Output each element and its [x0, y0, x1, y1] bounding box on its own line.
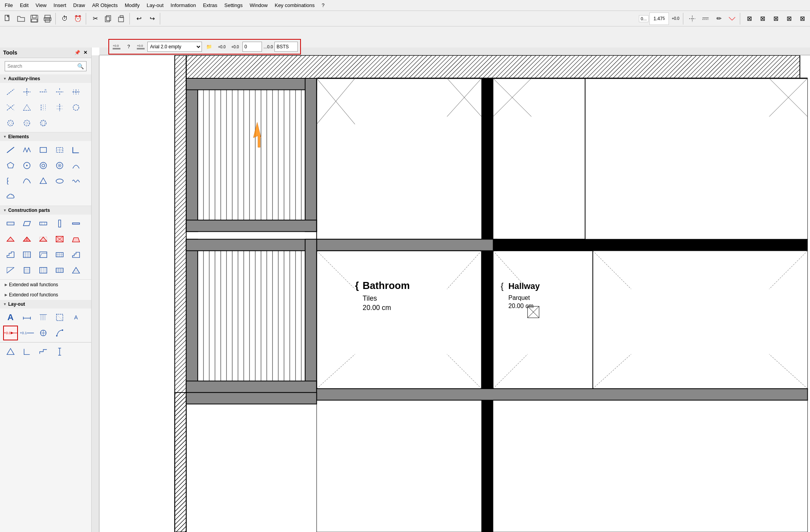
- dim-select-tool[interactable]: [52, 310, 67, 325]
- dim-a-tool[interactable]: A: [69, 310, 83, 325]
- zigzag-tool[interactable]: [19, 143, 34, 157]
- text-layout-tool[interactable]: A: [3, 310, 18, 325]
- plus0-btn2[interactable]: +0.0: [229, 41, 241, 52]
- menu-view[interactable]: View: [32, 2, 50, 9]
- aux-line-tool-5[interactable]: [69, 85, 83, 99]
- text-offset-btn2[interactable]: +0.0: [136, 41, 146, 52]
- extra-btn-3[interactable]: ✏: [713, 12, 725, 25]
- text-offset-btn1[interactable]: +0.0: [111, 41, 122, 52]
- tools-pin-icon[interactable]: 📌: [74, 49, 81, 56]
- step-tool[interactable]: [36, 344, 51, 359]
- aux-circ-tool-2[interactable]: [3, 116, 18, 130]
- menu-help[interactable]: ?: [318, 2, 327, 9]
- plus0-btn1[interactable]: +0.0: [216, 41, 228, 52]
- save-button[interactable]: [28, 12, 41, 25]
- text-question-btn[interactable]: ?: [123, 41, 134, 52]
- triangle-tool[interactable]: [36, 174, 51, 188]
- roof-flat-tool[interactable]: [3, 232, 18, 247]
- font-select[interactable]: Arial 2.0 emptyArial 2.0 emptyArial 2.5A…: [147, 42, 202, 52]
- print-button[interactable]: [41, 12, 54, 25]
- triangle-tool-2[interactable]: [3, 344, 18, 359]
- aux-line-tool-7[interactable]: [19, 100, 34, 115]
- zoom-display[interactable]: 1.475: [649, 12, 669, 25]
- curve-arch-tool[interactable]: [19, 174, 34, 188]
- text-input[interactable]: [274, 42, 298, 52]
- level-mark-tool-2[interactable]: +0.1: [19, 326, 34, 340]
- redo-button[interactable]: ↪: [146, 12, 158, 25]
- curve-layout-tool[interactable]: [52, 326, 67, 340]
- menu-modify[interactable]: Modify: [122, 2, 143, 9]
- stair-tool-1[interactable]: [3, 247, 18, 262]
- circle-full-tool[interactable]: [19, 158, 34, 173]
- menu-draw[interactable]: Draw: [70, 2, 88, 9]
- box-x-btn2[interactable]: ⊠: [756, 12, 769, 25]
- circle-half-tool[interactable]: [52, 158, 67, 173]
- box-x-btn5[interactable]: ⊠: [796, 12, 808, 25]
- menu-ar-objects[interactable]: AR Objects: [89, 2, 121, 9]
- stair-tool-8[interactable]: [36, 263, 51, 278]
- box-x-btn1[interactable]: ⊠: [743, 12, 755, 25]
- aux-circ-tool-3[interactable]: [19, 116, 34, 130]
- new-button[interactable]: [2, 12, 14, 25]
- menu-information[interactable]: Information: [168, 2, 199, 9]
- aux-line-tool-3[interactable]: n: [36, 85, 51, 99]
- floor-plan[interactable]: { Bathroom Tiles 20.00 cm { Hallway Parq…: [99, 55, 810, 532]
- menu-window[interactable]: Window: [246, 2, 271, 9]
- arc-tool[interactable]: [69, 158, 83, 173]
- aux-line-tool-1[interactable]: [3, 85, 18, 99]
- menu-settings[interactable]: Settings: [221, 2, 246, 9]
- aux-line-tool-2[interactable]: [19, 85, 34, 99]
- extra-btn-4[interactable]: [726, 12, 738, 25]
- l-shape-tool[interactable]: [69, 143, 83, 157]
- roof-x-tool[interactable]: [36, 232, 51, 247]
- wall-multi-tool[interactable]: [36, 216, 51, 231]
- layout-section-header[interactable]: Lay-out: [0, 300, 91, 308]
- wall-slant-tool[interactable]: [19, 216, 34, 231]
- stair-tool-9[interactable]: [52, 263, 67, 278]
- canvas-area[interactable]: { Bathroom Tiles 20.00 cm { Hallway Parq…: [92, 48, 810, 532]
- stair-tool-4[interactable]: [52, 247, 67, 262]
- menu-key-combinations[interactable]: Key combinations: [272, 2, 318, 9]
- stair-tool-5[interactable]: [69, 247, 83, 262]
- brace-tool[interactable]: [3, 174, 18, 188]
- undo-button[interactable]: ↩: [133, 12, 145, 25]
- aux-line-tool-6[interactable]: [3, 100, 18, 115]
- polygon-tool[interactable]: [3, 158, 18, 173]
- circle-ring-tool[interactable]: [36, 158, 51, 173]
- circle-target-tool[interactable]: [36, 326, 51, 340]
- menu-edit[interactable]: Edit: [17, 2, 32, 9]
- stair-tool-2[interactable]: [19, 247, 34, 262]
- extended-roof-link[interactable]: Extended roof functions: [3, 291, 88, 298]
- elements-header[interactable]: Elements: [0, 132, 91, 141]
- column-tool[interactable]: [52, 216, 67, 231]
- box-x-btn3[interactable]: ⊠: [769, 12, 782, 25]
- tools-close-icon[interactable]: ✕: [83, 49, 88, 56]
- stair-tool-7[interactable]: [19, 263, 34, 278]
- paste-button[interactable]: [115, 12, 128, 25]
- open-button[interactable]: [15, 12, 27, 25]
- extended-wall-link[interactable]: Extended wall functions: [3, 281, 88, 288]
- extra-btn-2[interactable]: [699, 12, 712, 25]
- level-mark-tool-active[interactable]: +0.0: [3, 326, 18, 340]
- beam-tool[interactable]: [69, 216, 83, 231]
- box-x-btn4[interactable]: ⊠: [783, 12, 795, 25]
- rect-select-tool[interactable]: [52, 143, 67, 157]
- aux-line-tool-4[interactable]: [52, 85, 67, 99]
- timer2-button[interactable]: ⏰: [72, 12, 84, 25]
- line-tool[interactable]: [3, 143, 18, 157]
- dim-horiz-tool[interactable]: [19, 310, 34, 325]
- wave-tool[interactable]: [69, 174, 83, 188]
- timer1-button[interactable]: ⏱: [58, 12, 71, 25]
- search-input[interactable]: [7, 63, 77, 69]
- construction-parts-header[interactable]: Construction parts: [0, 206, 91, 215]
- roof-tri-tool[interactable]: [19, 232, 34, 247]
- stair-tool-6[interactable]: [3, 263, 18, 278]
- menu-file[interactable]: File: [2, 2, 16, 9]
- aux-line-tool-9[interactable]: [52, 100, 67, 115]
- rectangle-tool[interactable]: [36, 143, 51, 157]
- cut-button[interactable]: ✂: [89, 12, 101, 25]
- menu-layout[interactable]: Lay-out: [143, 2, 166, 9]
- layer-folder-btn[interactable]: 📁: [203, 41, 214, 52]
- extra-btn-1[interactable]: [686, 12, 699, 25]
- auxiliary-lines-header[interactable]: Auxiliary-lines: [0, 74, 91, 83]
